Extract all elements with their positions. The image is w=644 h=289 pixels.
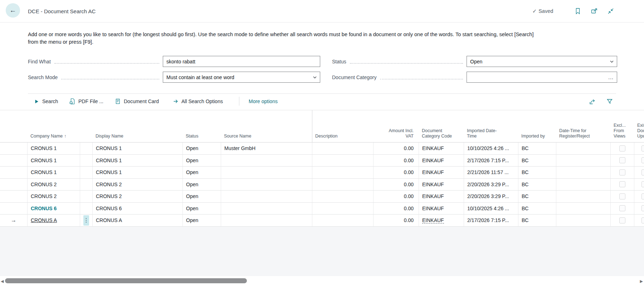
checkbox-excluded-from-views[interactable] bbox=[619, 205, 625, 211]
cell-status[interactable]: Open bbox=[182, 167, 221, 178]
cell-status[interactable]: Open bbox=[182, 143, 221, 154]
cell-description[interactable] bbox=[312, 143, 373, 154]
document-category-field[interactable]: ... bbox=[467, 72, 617, 83]
cell-document-category-code[interactable]: EINKAUF bbox=[419, 215, 464, 226]
row-options-cell[interactable] bbox=[80, 203, 92, 215]
cell-date-time-register-reject[interactable] bbox=[556, 215, 610, 226]
cell-imported-by[interactable]: BC bbox=[518, 167, 556, 178]
cell-company-name[interactable]: CRONUS 6 bbox=[27, 203, 80, 215]
cell-description[interactable] bbox=[312, 215, 373, 226]
checkbox-excluded-from-views[interactable] bbox=[619, 157, 625, 163]
cell-amount-incl-vat[interactable]: 0.00 bbox=[373, 191, 419, 202]
column-header-status[interactable]: Status bbox=[182, 110, 221, 142]
scroll-right-button[interactable]: ▶ bbox=[640, 279, 643, 283]
cell-date-time-register-reject[interactable] bbox=[556, 155, 610, 167]
cell-description[interactable] bbox=[312, 191, 373, 202]
document-card-button[interactable]: Document Card bbox=[114, 96, 159, 107]
cell-company-name[interactable]: CRONUS 1 bbox=[27, 143, 80, 154]
column-header-description[interactable]: Description bbox=[312, 110, 373, 142]
cell-document-category-code[interactable]: EINKAUF bbox=[419, 191, 464, 202]
row-options-cell[interactable] bbox=[80, 179, 92, 191]
search-mode-select[interactable]: Must contain at least one word bbox=[163, 72, 320, 83]
cell-display-name[interactable]: CRONUS 1 bbox=[92, 143, 182, 154]
checkbox-existing-doc-upd[interactable] bbox=[641, 181, 644, 187]
cell-status[interactable]: Open bbox=[182, 215, 221, 226]
row-selector-cell[interactable] bbox=[0, 167, 27, 178]
cell-imported-date-time[interactable]: 2/20/2026 3:29 P... bbox=[464, 179, 518, 191]
cell-document-category-code[interactable]: EINKAUF bbox=[419, 167, 464, 178]
bookmark-button[interactable] bbox=[574, 7, 582, 15]
checkbox-excluded-from-views[interactable] bbox=[619, 169, 625, 175]
row-options-cell[interactable] bbox=[80, 143, 92, 154]
column-header-excluded-from-views[interactable]: Excl... From Views bbox=[610, 110, 634, 142]
cell-source-name[interactable] bbox=[221, 179, 312, 191]
checkbox-excluded-from-views[interactable] bbox=[619, 181, 625, 187]
row-selector-cell[interactable] bbox=[0, 155, 27, 167]
cell-imported-date-time[interactable]: 2/17/2026 7:15 P... bbox=[464, 155, 518, 167]
row-selector-cell[interactable] bbox=[0, 203, 27, 215]
cell-amount-incl-vat[interactable]: 0.00 bbox=[373, 215, 419, 226]
cell-amount-incl-vat[interactable]: 0.00 bbox=[373, 155, 419, 167]
cell-description[interactable] bbox=[312, 167, 373, 178]
cell-display-name[interactable]: CRONUS 1 bbox=[92, 167, 182, 178]
column-header-existing-doc-upd[interactable]: Exist... Doc... Upd... bbox=[634, 110, 644, 142]
cell-display-name[interactable]: CRONUS A bbox=[92, 215, 182, 226]
cell-display-name[interactable]: CRONUS 2 bbox=[92, 191, 182, 202]
cell-document-category-code[interactable]: EINKAUF bbox=[419, 203, 464, 215]
cell-display-name[interactable]: CRONUS 1 bbox=[92, 155, 182, 167]
cell-company-name[interactable]: CRONUS 2 bbox=[27, 179, 80, 191]
cell-amount-incl-vat[interactable]: 0.00 bbox=[373, 203, 419, 215]
cell-document-category-code[interactable]: EINKAUF bbox=[419, 143, 464, 154]
cell-description[interactable] bbox=[312, 203, 373, 215]
row-options-cell[interactable] bbox=[80, 191, 92, 202]
cell-imported-date-time[interactable]: 2/21/2026 11:57 ... bbox=[464, 167, 518, 178]
cell-amount-incl-vat[interactable]: 0.00 bbox=[373, 179, 419, 191]
column-header-date-time-register-reject[interactable]: Date-Time for Register/Reject bbox=[556, 110, 610, 142]
checkbox-excluded-from-views[interactable] bbox=[619, 145, 625, 151]
cell-imported-date-time[interactable]: 10/10/2025 4:26 ... bbox=[464, 143, 518, 154]
column-header-display-name[interactable]: Display Name bbox=[92, 110, 182, 142]
cell-imported-by[interactable]: BC bbox=[518, 203, 556, 215]
cell-source-name[interactable] bbox=[221, 191, 312, 202]
cell-amount-incl-vat[interactable]: 0.00 bbox=[373, 143, 419, 154]
column-header-imported-by[interactable]: Imported by bbox=[518, 110, 556, 142]
row-options-cell[interactable] bbox=[80, 167, 92, 178]
row-selector-cell[interactable]: → bbox=[0, 215, 27, 226]
cell-imported-date-time[interactable]: 10/10/2025 4:26 ... bbox=[464, 203, 518, 215]
row-selector-cell[interactable] bbox=[0, 143, 27, 154]
checkbox-existing-doc-upd[interactable] bbox=[641, 169, 644, 175]
cell-display-name[interactable]: CRONUS 6 bbox=[92, 203, 182, 215]
row-options-button[interactable]: ⋮ bbox=[83, 215, 89, 226]
row-options-cell[interactable] bbox=[80, 155, 92, 167]
cell-date-time-register-reject[interactable] bbox=[556, 191, 610, 202]
column-header-source-name[interactable]: Source Name bbox=[221, 110, 312, 142]
checkbox-existing-doc-upd[interactable] bbox=[641, 193, 644, 199]
column-header-amount-incl-vat[interactable]: Amount Incl. VAT bbox=[373, 110, 419, 142]
cell-source-name[interactable] bbox=[221, 167, 312, 178]
all-search-options-button[interactable]: All Search Options bbox=[173, 96, 223, 107]
find-what-input[interactable] bbox=[163, 56, 320, 67]
cell-company-name[interactable]: CRONUS 1 bbox=[27, 155, 80, 167]
cell-imported-by[interactable]: BC bbox=[518, 143, 556, 154]
cell-date-time-register-reject[interactable] bbox=[556, 203, 610, 215]
cell-document-category-code[interactable]: EINKAUF bbox=[419, 155, 464, 167]
cell-source-name[interactable]: Muster GmbH bbox=[221, 143, 312, 154]
row-selector-cell[interactable] bbox=[0, 191, 27, 202]
back-button[interactable]: ← bbox=[6, 3, 20, 18]
cell-imported-by[interactable]: BC bbox=[518, 215, 556, 226]
cell-imported-date-time[interactable]: 2/17/2026 7:15 P... bbox=[464, 215, 518, 226]
cell-imported-by[interactable]: BC bbox=[518, 191, 556, 202]
cell-company-name[interactable]: CRONUS A bbox=[27, 215, 80, 226]
column-header-imported-date-time[interactable]: Imported Date- Time bbox=[464, 110, 518, 142]
share-button[interactable] bbox=[589, 96, 596, 107]
status-select[interactable]: Open bbox=[467, 56, 617, 67]
checkbox-existing-doc-upd[interactable] bbox=[641, 145, 644, 151]
checkbox-excluded-from-views[interactable] bbox=[619, 217, 625, 223]
cell-source-name[interactable] bbox=[221, 155, 312, 167]
cell-date-time-register-reject[interactable] bbox=[556, 179, 610, 191]
cell-status[interactable]: Open bbox=[182, 179, 221, 191]
cell-document-category-code[interactable]: EINKAUF bbox=[419, 179, 464, 191]
checkbox-excluded-from-views[interactable] bbox=[619, 193, 625, 199]
more-options-button[interactable]: More options bbox=[249, 96, 278, 107]
cell-imported-by[interactable]: BC bbox=[518, 179, 556, 191]
